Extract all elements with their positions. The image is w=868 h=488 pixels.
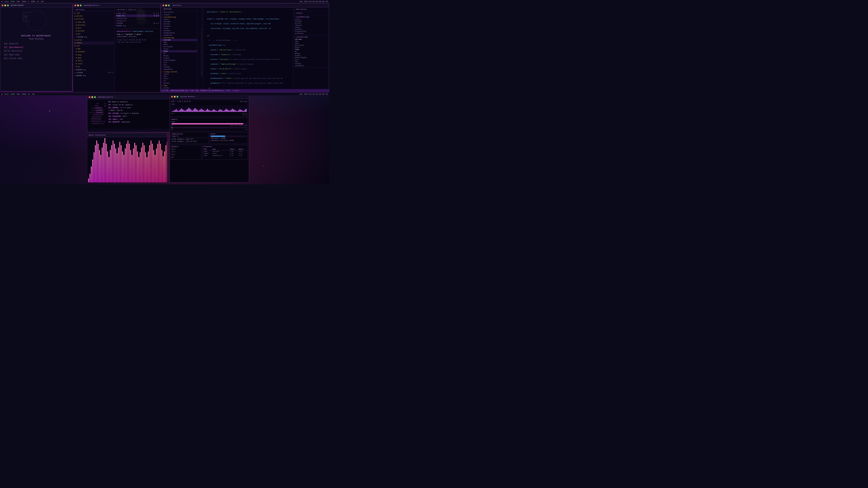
tree-browser[interactable]: browser	[161, 57, 197, 59]
sidebar-grubdevice[interactable]: grubDevice	[293, 33, 329, 35]
file-row-readmeorg[interactable]: README.org	[116, 24, 159, 27]
neo-maximize[interactable]	[94, 96, 96, 98]
file-entry-themes[interactable]: ▶themes	[74, 41, 114, 44]
minimize-dot[interactable]	[4, 4, 6, 6]
file-entry-patches[interactable]: ▶patches	[74, 15, 114, 18]
editor-close[interactable]	[162, 4, 164, 6]
file-entry-style[interactable]: ▶style	[74, 62, 114, 65]
file-row-flakenix[interactable]: flake.nix2.2 K	[116, 14, 159, 17]
neo-minimize[interactable]	[91, 96, 93, 98]
file-row-installaorg[interactable]: install.org	[116, 17, 159, 20]
tree-bootmountpath[interactable]: bootMountPath	[161, 32, 197, 34]
file-entry-shell[interactable]: ▶shell	[74, 59, 114, 62]
sidebar-email[interactable]: email	[293, 42, 329, 44]
tree-hostname[interactable]: hostname	[161, 21, 197, 23]
close-dot[interactable]	[2, 4, 3, 6]
file-entry-system[interactable]: ▶system	[74, 39, 114, 41]
file-entry-user[interactable]: ▶user	[74, 44, 114, 47]
editor-maximize[interactable]	[168, 4, 170, 6]
tree-np-editor[interactable]: editor	[161, 77, 197, 80]
file-entry-wm[interactable]: ▶wm	[74, 65, 114, 68]
term-minimize[interactable]	[77, 4, 79, 6]
tree-pkgs-system[interactable]: system	[161, 87, 197, 89]
file-row-installsh[interactable]: install.sh	[116, 20, 159, 22]
sidebar-term[interactable]: term	[293, 59, 329, 61]
tree-pkgs[interactable]: ▾ pkgs	[161, 84, 197, 87]
tree-timezone[interactable]: timezone	[161, 25, 197, 27]
sidebar-hostname[interactable]: hostname	[293, 20, 329, 22]
tree-outputs[interactable]: ▸ outputs	[161, 13, 197, 16]
file-entry-readme1[interactable]: ≡README.org	[74, 36, 114, 39]
sidebar-description-title[interactable]: ▸ description	[293, 8, 329, 11]
tree-systemsettings[interactable]: ▾ systemSettings	[161, 16, 197, 18]
file-row-license[interactable]: LICENSE34.2 K	[116, 22, 159, 24]
tree-nixpkgs-patched[interactable]: ▾ nixpkgs-patched	[161, 70, 197, 73]
tree-np-patches[interactable]: patches	[161, 82, 197, 84]
tree-font[interactable]: font	[161, 64, 197, 66]
tree-fontpkg[interactable]: fontPkg	[161, 66, 197, 68]
file-entry-lang[interactable]: ▶lang	[74, 54, 114, 57]
file-entry-worklab[interactable]: ▶worklab	[74, 30, 114, 33]
file-entry-profiles[interactable]: ▶profiles	[74, 18, 114, 21]
file-entry-license[interactable]: ≡LICENSE 34.2 K	[74, 71, 114, 74]
maximize-dot[interactable]	[7, 4, 9, 6]
sidebar-theme[interactable]: theme	[293, 48, 329, 51]
sidebar-usersettings-title[interactable]: ▾ userSettings	[293, 36, 329, 38]
tree-editor[interactable]: editor	[161, 48, 197, 50]
sidebar-locale[interactable]: locale	[293, 26, 329, 29]
neo-close[interactable]	[89, 96, 90, 98]
sidebar-dotfilesdir[interactable]: dotfilesDir	[293, 44, 329, 46]
sidebar-bootmountpath[interactable]: bootMountPath	[293, 31, 329, 33]
sidebar-fontpkg[interactable]: fontPkg	[293, 63, 329, 65]
file-entry-readme2[interactable]: ≡README.org	[74, 68, 114, 71]
sidebar-browser[interactable]: browser	[293, 55, 329, 57]
file-entry-work[interactable]: ▶work	[74, 27, 114, 30]
sidebar-systemsettings-title[interactable]: ▾ systemSettings	[293, 15, 329, 18]
tree-wmtype[interactable]: wmType	[161, 55, 197, 57]
tree-wm[interactable]: wm	[161, 53, 197, 55]
file-entry-pkgs[interactable]: ▶pkgs	[74, 57, 114, 59]
tree-name[interactable]: name	[161, 41, 197, 43]
file-entry-personal[interactable]: ▶personal	[74, 24, 114, 27]
sysmon-close[interactable]	[171, 96, 173, 98]
file-entry-readme3[interactable]: ≡README.org	[74, 74, 114, 77]
sidebar-timezone[interactable]: timezone	[293, 24, 329, 26]
sidebar-font[interactable]: font	[293, 61, 329, 63]
file-row-flakelock[interactable]: flake.lock27.5 K	[116, 12, 159, 14]
sysmon-maximize[interactable]	[177, 96, 178, 98]
sidebar-defaultroamdir[interactable]: defaultRoamDir	[293, 57, 329, 59]
qute-menu-newtab[interactable]: [t] [New tab]	[4, 53, 68, 57]
sidebar-system[interactable]: system	[293, 18, 329, 20]
file-entry-hardware[interactable]: ▶hardware	[74, 51, 114, 53]
term-close[interactable]	[74, 4, 76, 6]
qute-menu-history[interactable]: [S h] [History]	[4, 49, 68, 53]
tree-defaultroamdir[interactable]: defaultRoamDir	[161, 59, 197, 61]
term-maximize[interactable]	[80, 4, 82, 6]
tree-email[interactable]: email	[161, 43, 197, 46]
tree-term[interactable]: term	[161, 61, 197, 64]
tree-system[interactable]: system	[161, 18, 197, 21]
tree-description[interactable]: ▸ description	[161, 11, 197, 13]
sidebar-username[interactable]: username	[293, 38, 329, 40]
sidebar-outputs-title[interactable]: ▸ outputs	[293, 12, 329, 14]
tree-locale[interactable]: locale	[161, 27, 197, 30]
sidebar-bootmode[interactable]: bootMode	[293, 29, 329, 31]
qute-menu-quickmarks[interactable]: [b] [Quickmarks]	[4, 46, 68, 49]
tree-np-system[interactable]: system	[161, 73, 197, 75]
tree-theme[interactable]: theme	[161, 50, 197, 53]
sysmon-minimize[interactable]	[174, 96, 176, 98]
editor-minimize[interactable]	[165, 4, 167, 6]
tree-bootmode[interactable]: bootMode	[161, 30, 197, 32]
tree-profile[interactable]: profile	[161, 23, 197, 25]
tree-usersettings[interactable]: ▾ userSettings	[161, 36, 197, 39]
qute-menu-search[interactable]: [o] [Search]	[4, 42, 68, 46]
tree-np-name[interactable]: name	[161, 75, 197, 77]
tree-grubdevice[interactable]: grubDevice	[161, 34, 197, 36]
file-entry-homelab[interactable]: ▶home lab	[74, 21, 114, 24]
tree-spawneditor[interactable]: spawnEditor	[161, 68, 197, 70]
tree-np-src[interactable]: src	[161, 80, 197, 82]
tree-dotfilesdir[interactable]: dotfilesDir	[161, 46, 197, 48]
sidebar-profile[interactable]: profile	[293, 22, 329, 24]
sidebar-name[interactable]: name	[293, 40, 329, 42]
sidebar-wm[interactable]: wm	[293, 51, 329, 53]
